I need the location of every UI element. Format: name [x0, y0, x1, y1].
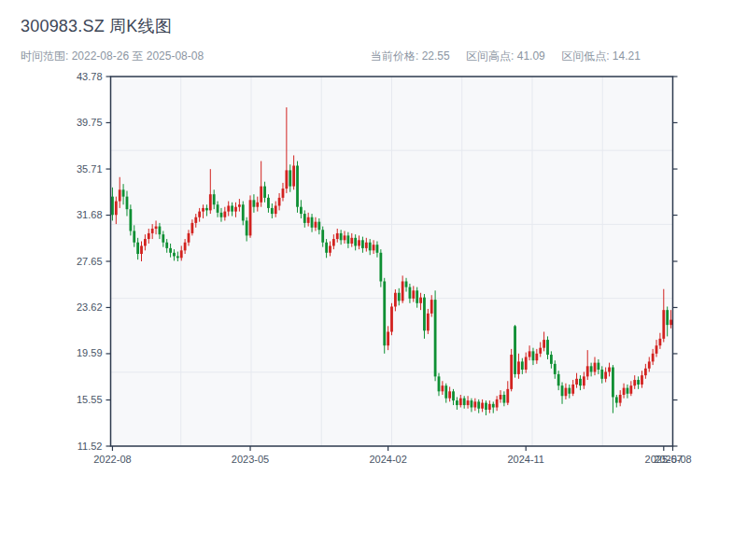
candle-body — [133, 231, 135, 242]
candle-body — [148, 233, 150, 239]
candle-body — [144, 239, 147, 245]
candle-body — [263, 187, 266, 198]
candle-body — [329, 245, 331, 252]
candle-body — [354, 238, 357, 246]
candle-body — [282, 189, 285, 198]
candle-body — [205, 208, 208, 210]
candle-body — [242, 204, 245, 220]
candle-body — [136, 243, 139, 254]
candle-body — [655, 345, 658, 354]
candle-body — [604, 371, 607, 378]
x-tick-label: 2024-11 — [507, 454, 544, 465]
candle-body — [180, 250, 183, 258]
candle-body — [246, 220, 248, 235]
candle-body — [529, 351, 531, 357]
candle-body — [444, 385, 447, 399]
candle-body — [467, 400, 470, 405]
candle-body — [300, 207, 303, 214]
candle-body — [565, 388, 568, 397]
candle-body — [194, 217, 197, 223]
candle-body — [532, 351, 535, 360]
candle-body — [571, 385, 574, 394]
candle-body — [492, 404, 495, 408]
y-tick-label: 43.78 — [77, 71, 103, 82]
candle-body — [267, 198, 270, 208]
y-tick-label: 23.62 — [77, 301, 103, 313]
candle-body — [307, 217, 310, 223]
candle-body — [344, 235, 346, 240]
y-tick-label: 11.52 — [78, 441, 103, 452]
candle-body — [260, 187, 262, 203]
candle-body — [583, 376, 585, 385]
candle-body — [238, 204, 241, 206]
candle-body — [612, 368, 614, 398]
candle-body — [190, 223, 193, 233]
candle-body — [648, 361, 651, 368]
candle-body — [361, 240, 364, 248]
candle-body — [159, 227, 162, 235]
candle-body — [198, 212, 201, 217]
candle-body — [140, 245, 143, 254]
candle-body — [579, 379, 582, 385]
candle-body — [409, 287, 412, 299]
candle-body — [188, 233, 190, 243]
candle-body — [633, 380, 636, 385]
candle-body — [390, 306, 393, 331]
candle-body — [615, 397, 618, 402]
candle-body — [514, 326, 516, 374]
candle-body — [311, 217, 314, 228]
candle-body — [434, 300, 437, 376]
candle-body — [253, 200, 256, 206]
x-tick-label: 2024-02 — [369, 454, 406, 465]
candle-body — [669, 320, 672, 326]
candle-body — [285, 170, 288, 189]
candle-body — [373, 245, 375, 250]
candle-body — [623, 388, 626, 395]
candle-body — [503, 395, 506, 403]
candle-body — [249, 200, 252, 235]
candle-body — [271, 208, 274, 214]
candle-body — [416, 290, 418, 303]
candle-body — [521, 361, 524, 370]
candle-body — [111, 197, 114, 216]
x-tick-label: 2025-08 — [654, 454, 691, 465]
y-tick-label: 35.71 — [77, 163, 103, 175]
candle-body — [619, 395, 622, 403]
candle-body — [387, 331, 389, 345]
y-tick-label: 15.55 — [77, 394, 103, 405]
candle-body — [652, 354, 655, 362]
candle-body — [427, 314, 430, 330]
candle-body — [600, 370, 603, 379]
candle-body — [275, 205, 277, 214]
candle-body — [169, 248, 172, 253]
candle-body — [506, 389, 509, 403]
candle-body — [376, 245, 379, 253]
candle-body — [594, 363, 597, 372]
candle-body — [412, 290, 415, 299]
candle-body — [383, 281, 386, 345]
candle-body — [365, 243, 368, 248]
candle-body — [296, 166, 299, 207]
candle-body — [575, 379, 578, 385]
candle-body — [115, 202, 118, 216]
candle-body — [346, 235, 349, 244]
candle-body — [554, 364, 557, 374]
candle-body — [358, 240, 360, 245]
candle-body — [441, 385, 444, 391]
candle-body — [641, 375, 643, 385]
candle-body — [488, 404, 491, 410]
x-tick-label: 2023-05 — [232, 454, 269, 465]
candle-body — [525, 357, 528, 370]
candle-body — [477, 401, 480, 408]
candle-body — [223, 212, 226, 217]
candle-body — [535, 354, 538, 360]
candle-body — [119, 189, 121, 201]
candle-body — [561, 385, 564, 396]
app: { "header": { "title": "300983.SZ 周K线图",… — [0, 0, 747, 560]
candle-body — [481, 403, 484, 409]
candle-body — [398, 293, 401, 301]
candle-body — [292, 166, 295, 187]
candle-body — [448, 391, 451, 398]
candle-body — [473, 401, 476, 407]
candle-body — [317, 222, 320, 231]
